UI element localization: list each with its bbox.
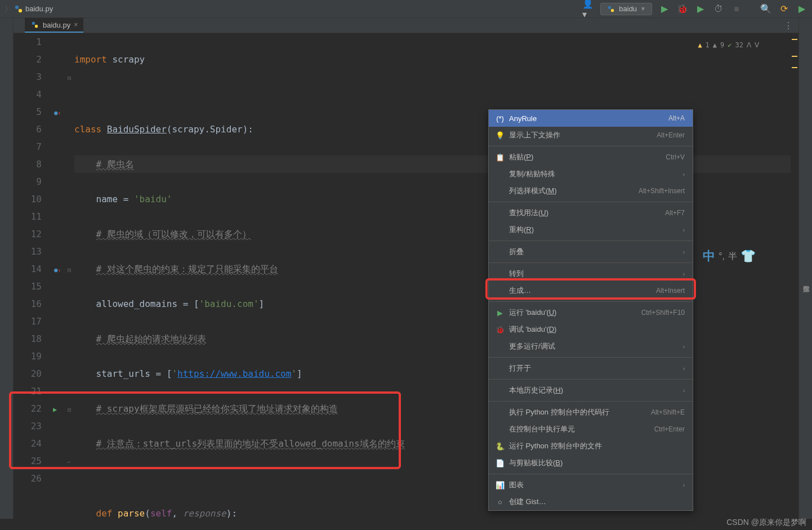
chevron-right-icon: › bbox=[683, 482, 685, 488]
right-sidebar: 数据库 SciView bbox=[798, 18, 812, 519]
menu-shortcut: Alt+Enter bbox=[657, 131, 685, 139]
fold-end-icon[interactable]: ⌐ bbox=[66, 384, 72, 401]
menu-icon: 📋 bbox=[494, 153, 506, 162]
chevron-right-icon: › bbox=[683, 344, 685, 350]
chevron-up-icon[interactable]: ᐱ bbox=[747, 37, 751, 54]
context-menu: (*)AnyRuleAlt+A💡显示上下文操作Alt+Enter📋粘贴(P)Ct… bbox=[488, 109, 693, 511]
fold-icon[interactable]: ⊟ bbox=[66, 69, 72, 87]
menu-item[interactable]: 🐍运行 Python 控制台中的文件 bbox=[489, 438, 693, 455]
chevron-down-icon[interactable]: ᐯ bbox=[755, 37, 759, 54]
breadcrumb[interactable]: 〉 baidu.py bbox=[5, 4, 53, 14]
run-config-selector[interactable]: baidu ▼ bbox=[600, 3, 652, 15]
menu-separator bbox=[489, 301, 693, 302]
menu-separator bbox=[489, 262, 693, 263]
chevron-right-icon: › bbox=[683, 227, 685, 233]
menu-shortcut: Alt+A bbox=[668, 114, 685, 122]
menu-item[interactable]: 在控制台中执行单元Ctrl+Enter bbox=[489, 421, 693, 438]
menu-separator bbox=[489, 202, 693, 202]
fold-icon[interactable]: ⊟ bbox=[66, 401, 72, 418]
menu-item[interactable]: 📄与剪贴板比较(B) bbox=[489, 455, 693, 471]
menu-item[interactable]: 💡显示上下文操作Alt+Enter bbox=[489, 127, 693, 144]
menu-item[interactable]: 执行 Python 控制台中的代码行Alt+Shift+E bbox=[489, 404, 693, 421]
menu-icon: 📊 bbox=[494, 481, 506, 489]
tab-baidu[interactable]: baidu.py × bbox=[25, 18, 83, 33]
menu-item[interactable]: 📋粘贴(P)Ctrl+V bbox=[489, 149, 693, 166]
menu-item[interactable]: 🐞调试 'baidu'(D) bbox=[489, 321, 693, 338]
menu-item[interactable]: 生成…Alt+Insert bbox=[489, 282, 693, 299]
menu-item[interactable]: 复制/粘贴特殊› bbox=[489, 166, 693, 182]
menu-item[interactable]: 重构(R)› bbox=[489, 221, 693, 238]
chevron-down-icon: ▼ bbox=[640, 6, 646, 12]
svg-rect-3 bbox=[611, 9, 614, 12]
run-coverage-icon[interactable]: ▶ bbox=[695, 3, 706, 15]
inspection-bar[interactable]: ▲1 ▲9 ✔32 ᐱ ᐯ bbox=[698, 37, 759, 54]
menu-label: 显示上下文操作 bbox=[509, 130, 657, 140]
menu-label: 创建 Gist… bbox=[509, 497, 685, 507]
tab-menu-icon[interactable]: ⋮ bbox=[778, 20, 798, 31]
svg-rect-4 bbox=[32, 22, 35, 25]
menu-separator bbox=[489, 474, 693, 474]
menu-icon: ○ bbox=[494, 498, 506, 506]
menu-icon: 📄 bbox=[494, 459, 506, 467]
menu-item[interactable]: 本地历史记录(H)› bbox=[489, 382, 693, 399]
menu-icon: (*) bbox=[494, 114, 506, 123]
stop-icon[interactable]: ■ bbox=[731, 3, 742, 15]
shirt-icon: 👕 bbox=[740, 249, 756, 264]
override-icon[interactable]: ●↑ bbox=[54, 104, 61, 122]
typo-icon: ✔ bbox=[728, 37, 731, 54]
menu-shortcut: Alt+Shift+Insert bbox=[639, 187, 685, 195]
menu-shortcut: Ctrl+Shift+F10 bbox=[641, 309, 685, 317]
profile-icon[interactable]: ⏱ bbox=[713, 3, 724, 15]
menu-label: 转到 bbox=[509, 269, 683, 279]
menu-item[interactable]: (*)AnyRuleAlt+A bbox=[489, 110, 693, 127]
ime-indicator: 中 °, 半 👕 bbox=[703, 248, 756, 265]
user-icon[interactable]: 👤▾ bbox=[582, 3, 594, 15]
sidebar-item-database[interactable]: 数据库 bbox=[800, 278, 812, 282]
override-icon[interactable]: ●↑ bbox=[54, 261, 61, 279]
search-icon[interactable]: 🔍 bbox=[760, 3, 771, 15]
run-icon[interactable]: ▶ bbox=[659, 3, 670, 15]
python-file-icon bbox=[14, 5, 23, 14]
menu-item[interactable]: 更多运行/调试› bbox=[489, 338, 693, 355]
menu-shortcut: Ctrl+Enter bbox=[654, 425, 685, 433]
menu-label: 更多运行/调试 bbox=[509, 341, 683, 351]
watermark: CSDN @原来你是梦啊 bbox=[726, 518, 806, 528]
menu-label: 图表 bbox=[509, 480, 683, 490]
fold-icon[interactable]: ⊟ bbox=[66, 261, 72, 279]
menu-item[interactable]: ○创建 Gist… bbox=[489, 493, 693, 510]
menu-item[interactable]: 📊图表› bbox=[489, 476, 693, 493]
run-line-icon[interactable]: ▶ bbox=[53, 401, 57, 418]
left-tool-gutter[interactable] bbox=[0, 18, 14, 519]
warning-icon: ▲ bbox=[698, 37, 702, 54]
menu-item[interactable]: 打开于› bbox=[489, 360, 693, 377]
play-icon[interactable]: ▶ bbox=[796, 3, 807, 15]
line-numbers: 1234567891011121314151617181920212223242… bbox=[14, 33, 53, 530]
menu-shortcut: Ctrl+V bbox=[666, 153, 685, 161]
sync-icon[interactable]: ⟳ bbox=[778, 3, 789, 15]
menu-item[interactable]: 查找用法(U)Alt+F7 bbox=[489, 204, 693, 221]
menu-icon: ▶ bbox=[494, 309, 506, 317]
menu-item[interactable]: 列选择模式(M)Alt+Shift+Insert bbox=[489, 182, 693, 199]
fold-end-icon[interactable]: ⌐ bbox=[66, 453, 72, 471]
fold-gutter: ⊟ ⊟ ⌐ ⊟ ⌐ bbox=[66, 33, 74, 530]
minimap-scrollbar[interactable] bbox=[791, 33, 798, 530]
menu-separator bbox=[489, 401, 693, 402]
debug-icon[interactable]: 🐞 bbox=[677, 3, 688, 15]
menu-item[interactable]: 折叠› bbox=[489, 243, 693, 260]
menu-shortcut: Alt+F7 bbox=[665, 209, 685, 217]
menu-label: 生成… bbox=[509, 286, 656, 296]
menu-icon: 💡 bbox=[494, 131, 506, 140]
menu-label: 运行 'baidu'(U) bbox=[509, 308, 641, 318]
weak-warning-icon: ▲ bbox=[713, 37, 717, 54]
menu-label: AnyRule bbox=[509, 114, 668, 123]
menu-shortcut: Alt+Insert bbox=[656, 287, 685, 295]
menu-label: 与剪贴板比较(B) bbox=[509, 458, 685, 468]
menu-label: 本地历史记录(H) bbox=[509, 385, 683, 395]
svg-rect-2 bbox=[608, 6, 611, 8]
close-icon[interactable]: × bbox=[74, 21, 78, 29]
menu-label: 粘贴(P) bbox=[509, 152, 666, 162]
menu-item[interactable]: 转到› bbox=[489, 265, 693, 282]
menu-item[interactable]: ▶运行 'baidu'(U)Ctrl+Shift+F10 bbox=[489, 304, 693, 321]
menu-label: 调试 'baidu'(D) bbox=[509, 324, 685, 335]
breadcrumb-file[interactable]: baidu.py bbox=[25, 5, 53, 13]
